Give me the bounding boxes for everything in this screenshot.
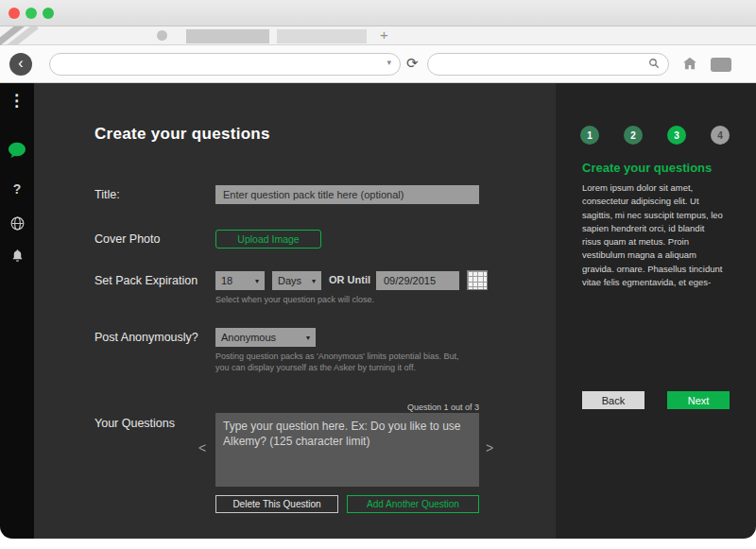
browser-titlebar (0, 0, 756, 26)
expiration-unit-value: Days (278, 275, 301, 286)
back-button[interactable]: ‹ (9, 53, 32, 76)
chevron-down-icon: ▾ (306, 334, 310, 342)
help-icon[interactable]: ? (0, 181, 34, 197)
close-window-button[interactable] (9, 8, 20, 19)
step-1[interactable]: 1 (580, 126, 599, 145)
delete-question-button[interactable]: Delete This Question (215, 495, 338, 513)
expiration-label: Set Pack Expiration (94, 274, 198, 287)
browser-tab[interactable] (277, 29, 367, 43)
anonymous-value: Anonymous (221, 332, 276, 343)
app-content: ⋮ ? Create your questions Title: (0, 83, 756, 539)
title-input[interactable] (215, 185, 479, 204)
step-2[interactable]: 2 (624, 126, 643, 145)
back-step-button[interactable]: Back (582, 391, 644, 409)
cover-photo-label: Cover Photo (94, 232, 160, 246)
step-4[interactable]: 4 (711, 126, 730, 145)
browser-window: + ‹ ▾ ⟳ ⋮ (0, 0, 756, 549)
question-textarea[interactable] (215, 413, 479, 487)
previous-question-arrow[interactable]: < (198, 440, 206, 455)
anonymous-select[interactable]: Anonymous ▾ (215, 328, 316, 347)
page-title: Create your questions (94, 125, 270, 144)
url-input[interactable] (60, 55, 377, 74)
expiration-amount-value: 18 (221, 275, 232, 286)
chevron-down-icon[interactable]: ▾ (387, 58, 391, 67)
question-form: Create your questions Title: Cover Photo… (34, 83, 556, 539)
title-label: Title: (94, 188, 120, 201)
new-tab-button[interactable]: + (380, 26, 388, 43)
chevron-down-icon: ▾ (255, 277, 259, 285)
zoom-window-button[interactable] (43, 8, 54, 19)
or-until-label: OR Until (329, 274, 370, 285)
home-icon[interactable] (682, 57, 697, 74)
pages-icon[interactable] (711, 58, 731, 72)
question-counter: Question 1 out of 3 (407, 403, 479, 412)
sidebar: ⋮ ? (0, 83, 34, 539)
calendar-icon[interactable] (467, 270, 488, 290)
help-panel-body: Lorem ipsum dolor sit amet, consectetur … (582, 181, 726, 289)
expiration-date-input[interactable] (376, 271, 459, 290)
url-bar[interactable]: ▾ (49, 53, 401, 76)
anonymous-help-text: you can display yourself as the Asker by… (215, 363, 416, 372)
kebab-menu-icon[interactable]: ⋮ (0, 91, 34, 111)
help-panel: 1 2 3 4 Create your questions Lorem ipsu… (556, 83, 756, 539)
step-indicator: 1 2 3 4 (580, 126, 730, 145)
next-step-button[interactable]: Next (667, 391, 730, 409)
search-bar[interactable] (427, 53, 669, 76)
chat-bubble-icon[interactable] (0, 142, 34, 163)
search-input[interactable] (438, 55, 645, 74)
corner-decoration (0, 26, 45, 45)
upload-image-button[interactable]: Upload Image (215, 230, 321, 249)
next-question-arrow[interactable]: > (486, 440, 493, 455)
expiration-unit-select[interactable]: Days ▾ (272, 271, 321, 290)
expiration-help-text: Select when your question pack will clos… (215, 295, 374, 304)
anonymous-label: Post Anonymously? (94, 331, 198, 344)
help-panel-title: Create your questions (582, 161, 712, 175)
questions-label: Your Questions (94, 417, 175, 430)
browser-tab-bar: + (0, 26, 756, 45)
expiration-amount-select[interactable]: 18 ▾ (215, 271, 265, 290)
search-icon[interactable] (648, 58, 660, 71)
add-question-button[interactable]: Add Another Question (347, 495, 479, 513)
anonymous-help-text: Posting question packs as 'Anonymous' li… (215, 352, 459, 361)
browser-tab[interactable] (186, 29, 269, 43)
step-3[interactable]: 3 (667, 126, 686, 145)
reload-icon[interactable]: ⟳ (406, 55, 419, 72)
globe-icon[interactable] (0, 215, 34, 235)
browser-navbar: ‹ ▾ ⟳ (0, 45, 756, 83)
tab-favicon (157, 30, 167, 41)
bell-icon[interactable] (0, 248, 34, 267)
chevron-down-icon: ▾ (312, 277, 316, 285)
minimize-window-button[interactable] (26, 8, 37, 19)
